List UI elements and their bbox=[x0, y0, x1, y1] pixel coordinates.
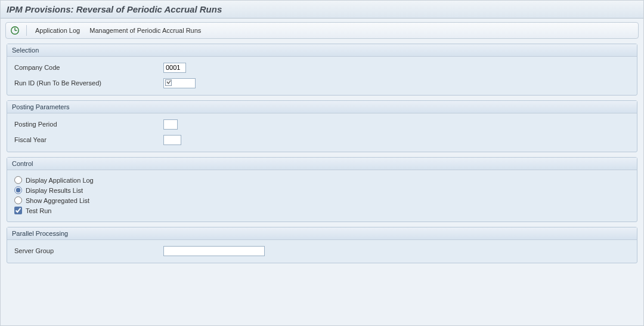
page-title: IPM Provisions: Reversal of Periodic Acc… bbox=[1, 1, 643, 19]
display-app-log-label[interactable]: Display Application Log bbox=[26, 177, 94, 184]
application-toolbar: Application Log Management of Periodic A… bbox=[5, 22, 639, 39]
application-log-button[interactable]: Application Log bbox=[32, 26, 83, 35]
execute-icon[interactable] bbox=[10, 25, 20, 36]
group-title-selection: Selection bbox=[7, 44, 637, 57]
show-aggregated-label[interactable]: Show Aggregated List bbox=[26, 197, 89, 204]
group-title-control: Control bbox=[7, 158, 637, 170]
company-code-label: Company Code bbox=[14, 64, 163, 71]
group-title-posting: Posting Parameters bbox=[7, 101, 637, 113]
display-results-radio[interactable] bbox=[14, 186, 22, 194]
show-aggregated-radio[interactable] bbox=[14, 196, 22, 204]
toolbar-separator bbox=[26, 25, 27, 36]
content-area: Selection Company Code Run ID (Run To Be… bbox=[1, 44, 643, 263]
display-app-log-radio[interactable] bbox=[14, 176, 22, 184]
server-group-input[interactable] bbox=[163, 246, 265, 256]
group-selection: Selection Company Code Run ID (Run To Be… bbox=[7, 44, 637, 96]
test-run-checkbox[interactable] bbox=[14, 207, 22, 214]
run-id-label: Run ID (Run To Be Reversed) bbox=[14, 79, 163, 87]
display-results-label[interactable]: Display Results List bbox=[26, 187, 83, 194]
group-parallel-processing: Parallel Processing Server Group bbox=[7, 227, 637, 263]
management-runs-button[interactable]: Management of Periodic Accrual Runs bbox=[86, 26, 205, 35]
posting-period-input[interactable] bbox=[163, 119, 178, 130]
group-title-parallel: Parallel Processing bbox=[7, 227, 637, 240]
value-help-icon[interactable] bbox=[165, 79, 172, 86]
test-run-label[interactable]: Test Run bbox=[26, 207, 51, 214]
fiscal-year-label: Fiscal Year bbox=[14, 136, 163, 143]
group-posting-parameters: Posting Parameters Posting Period Fiscal… bbox=[7, 100, 637, 152]
posting-period-label: Posting Period bbox=[14, 121, 163, 128]
server-group-label: Server Group bbox=[14, 247, 163, 254]
company-code-input[interactable] bbox=[163, 63, 186, 73]
fiscal-year-input[interactable] bbox=[163, 135, 181, 145]
group-control: Control Display Application Log Display … bbox=[7, 157, 637, 222]
